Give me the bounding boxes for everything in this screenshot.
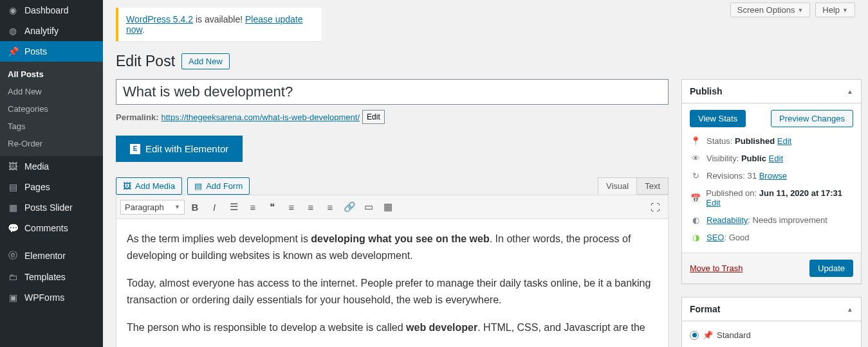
add-media-button[interactable]: 🖼Add Media xyxy=(116,177,182,195)
content-text: . HTML, CSS, and Javascript are the xyxy=(477,322,645,333)
eye-icon: 👁 xyxy=(690,154,701,163)
italic-button[interactable]: I xyxy=(205,198,223,216)
edit-status-link[interactable]: Edit xyxy=(777,136,791,146)
row-value: 31 xyxy=(748,171,757,181)
readability-link[interactable]: Readability xyxy=(706,215,748,225)
menu-comments[interactable]: 💬Comments xyxy=(0,218,103,238)
yoast-readability-icon: ◐ xyxy=(690,215,701,225)
quote-button[interactable]: ❝ xyxy=(263,198,281,216)
edit-date-link[interactable]: Edit xyxy=(706,198,720,208)
menu-media[interactable]: 🖼Media xyxy=(0,156,103,177)
menu-wpforms[interactable]: ▣WPForms xyxy=(0,287,103,308)
align-center-button[interactable]: ≡ xyxy=(302,198,320,216)
format-standard-option[interactable]: 📌 Standard xyxy=(690,328,853,343)
analytics-icon: ◍ xyxy=(6,26,19,36)
posts-submenu: All Posts Add New Categories Tags Re-Ord… xyxy=(0,62,103,156)
row-value: : Good xyxy=(724,233,749,242)
wp-version-link[interactable]: WordPress 5.4.2 xyxy=(126,14,193,24)
box-title: Format xyxy=(690,304,720,314)
menu-dashboard[interactable]: ◉Dashboard xyxy=(0,0,103,21)
numbered-list-button[interactable]: ≡ xyxy=(244,198,262,216)
elementor-icon: ⓔ xyxy=(6,250,19,262)
admin-sidebar: ◉Dashboard ◍Analytify 📌Posts All Posts A… xyxy=(0,0,103,347)
menu-label: Analytify xyxy=(24,26,59,36)
tab-text[interactable]: Text xyxy=(636,177,669,195)
menu-templates[interactable]: 🗀Templates xyxy=(0,267,103,287)
permalink-row: Permalink: https://thegeeksarena.com/wha… xyxy=(116,110,669,124)
media-icon: 🖼 xyxy=(123,181,131,191)
submenu-tags[interactable]: Tags xyxy=(0,118,103,135)
update-button[interactable]: Update xyxy=(809,260,853,277)
chevron-down-icon: ▼ xyxy=(174,204,180,210)
edit-with-elementor-button[interactable]: E Edit with Elementor xyxy=(116,136,243,162)
notice-text: is available! xyxy=(193,14,245,24)
toolbar-toggle-button[interactable]: ▦ xyxy=(379,198,397,216)
post-content[interactable]: As the term implies web development is d… xyxy=(116,219,669,347)
row-label: Visibility: xyxy=(706,154,741,163)
link-button[interactable]: 🔗 xyxy=(340,198,358,216)
wpforms-icon: ▣ xyxy=(6,292,19,303)
templates-icon: 🗀 xyxy=(6,272,19,282)
fullscreen-button[interactable]: ⛶ xyxy=(646,198,664,216)
content-text: Today, almost everyone has access to the… xyxy=(127,275,658,308)
pin-icon: 📌 xyxy=(703,330,713,340)
bold-button[interactable]: B xyxy=(186,198,204,216)
add-new-button[interactable]: Add New xyxy=(181,53,230,69)
menu-analytify[interactable]: ◍Analytify xyxy=(0,21,103,41)
permalink-link[interactable]: https://thegeeksarena.com/what-is-web-de… xyxy=(161,112,360,122)
post-title-input[interactable] xyxy=(116,79,669,105)
format-box: Format ▲ 📌 Standard xyxy=(681,297,862,347)
format-header[interactable]: Format ▲ xyxy=(682,298,861,321)
menu-pages[interactable]: ▤Pages xyxy=(0,177,103,197)
submenu-all-posts[interactable]: All Posts xyxy=(0,66,103,83)
publish-box: Publish ▲ View Stats Preview Changes 📍St… xyxy=(681,79,862,284)
row-value: : Needs improvement xyxy=(748,215,827,225)
main-content: WordPress 5.4.2 is available! Please upd… xyxy=(116,0,868,347)
row-value: Published xyxy=(735,136,775,146)
pin-icon: 📌 xyxy=(6,46,19,57)
option-label: Standard xyxy=(717,330,751,340)
submenu-reorder[interactable]: Re-Order xyxy=(0,135,103,152)
align-left-button[interactable]: ≡ xyxy=(282,198,300,216)
menu-label: Posts xyxy=(24,46,47,57)
menu-label: Templates xyxy=(24,272,66,282)
bullet-list-button[interactable]: ☰ xyxy=(225,198,243,216)
move-to-trash-link[interactable]: Move to Trash xyxy=(690,263,743,273)
submenu-categories[interactable]: Categories xyxy=(0,100,103,118)
align-right-button[interactable]: ≡ xyxy=(321,198,339,216)
tab-visual[interactable]: Visual xyxy=(598,177,636,195)
edit-visibility-link[interactable]: Edit xyxy=(769,154,783,163)
row-label: Revisions: xyxy=(706,171,748,181)
preview-changes-button[interactable]: Preview Changes xyxy=(771,110,853,127)
menu-elementor[interactable]: ⓔElementor xyxy=(0,245,103,267)
publish-header[interactable]: Publish ▲ xyxy=(682,80,861,103)
readmore-button[interactable]: ▭ xyxy=(360,198,378,216)
seo-link[interactable]: SEO xyxy=(706,233,724,242)
row-label: Status: xyxy=(706,136,735,146)
radio-checked-icon xyxy=(690,331,699,340)
row-value: Public xyxy=(741,154,766,163)
menu-label: Pages xyxy=(24,182,50,192)
media-icon: 🖼 xyxy=(6,161,19,172)
notice-text: . xyxy=(142,24,145,35)
menu-posts[interactable]: 📌Posts xyxy=(0,41,103,62)
paragraph-select[interactable]: Paragraph▼ xyxy=(120,200,185,215)
menu-label: Media xyxy=(24,161,49,172)
calendar-icon: 📅 xyxy=(690,193,701,203)
chevron-up-icon: ▲ xyxy=(847,306,853,313)
menu-posts-slider[interactable]: ▦Posts Slider xyxy=(0,197,103,218)
edit-permalink-button[interactable]: Edit xyxy=(362,110,385,124)
menu-label: Dashboard xyxy=(24,5,69,15)
content-text: As the term implies web development is xyxy=(127,233,311,244)
slider-icon: ▦ xyxy=(6,202,19,213)
content-text: The person who is responsible to develop… xyxy=(127,322,406,333)
add-form-button[interactable]: ▤Add Form xyxy=(187,177,250,195)
box-title: Publish xyxy=(690,86,723,96)
view-stats-button[interactable]: View Stats xyxy=(690,110,746,127)
content-bold: developing what you see on the web xyxy=(311,233,489,244)
browse-revisions-link[interactable]: Browse xyxy=(759,171,787,181)
submenu-add-new[interactable]: Add New xyxy=(0,83,103,100)
row-label: Published on: xyxy=(706,188,759,198)
dashboard-icon: ◉ xyxy=(6,5,19,15)
yoast-seo-icon: ◑ xyxy=(690,233,701,242)
